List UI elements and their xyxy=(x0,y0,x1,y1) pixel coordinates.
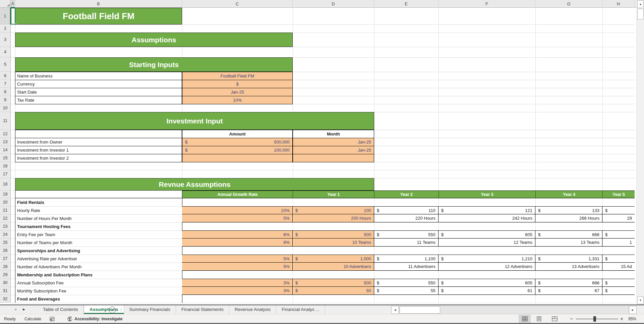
year1-input-cell[interactable]: $100 xyxy=(293,206,374,214)
year-column-header[interactable]: Year 3 xyxy=(438,191,535,198)
year-value-cell[interactable]: $666 xyxy=(535,230,602,238)
h-scroll-left-button[interactable]: ◄ xyxy=(391,306,399,314)
workbook-title-cell[interactable]: Football Field FM xyxy=(15,8,182,24)
revenue-item-label[interactable]: Monthly Subscription Fee xyxy=(15,287,182,295)
starting-input-value-cell[interactable]: Jan-25 xyxy=(182,88,293,96)
column-header-d[interactable]: D xyxy=(293,0,374,8)
row-header-29[interactable]: 29 xyxy=(0,271,11,279)
fill-handle[interactable] xyxy=(14,23,16,25)
year1-input-cell[interactable]: $500 xyxy=(293,230,374,238)
column-header-e[interactable]: E xyxy=(374,0,438,8)
h-scroll-thumb[interactable] xyxy=(400,306,440,314)
investment-header-spacer-cell[interactable] xyxy=(15,130,182,138)
year-value-cell[interactable]: 266 Hours xyxy=(535,214,602,222)
page-layout-view-button[interactable] xyxy=(533,315,545,323)
sheet-tab-assumptions[interactable]: Assumptions xyxy=(84,305,124,314)
year-value-cell[interactable]: 220 Hours xyxy=(374,214,438,222)
year-value-cell[interactable]: $550 xyxy=(374,230,438,238)
year-value-cell[interactable]: 12 Advertisers xyxy=(438,263,535,271)
revenue-item-label[interactable]: Hourly Rate xyxy=(15,206,182,214)
year-value-cell[interactable]: 15 Ad xyxy=(602,263,635,271)
month-column-header[interactable]: Month xyxy=(293,130,374,138)
row-header-16[interactable]: 16 xyxy=(0,162,11,170)
column-header-c[interactable]: C xyxy=(182,0,293,8)
v-scroll-down-button[interactable]: ▼ xyxy=(637,296,644,304)
row-header-25[interactable]: 25 xyxy=(0,238,11,247)
row-header-9[interactable]: 9 xyxy=(0,96,11,104)
revenue-item-label[interactable]: Number of Teams per Month xyxy=(15,238,182,247)
investment-label[interactable]: Investment from Investor 1 xyxy=(15,146,182,154)
year-column-header[interactable]: Year 5 xyxy=(602,191,635,198)
year1-input-cell[interactable]: $1,000 xyxy=(293,255,374,263)
revenue-item-label[interactable]: Advertising Rate per Advertiser xyxy=(15,255,182,263)
year-value-cell[interactable]: $605 xyxy=(438,230,535,238)
investment-label[interactable]: Investment from Investor 2 xyxy=(15,154,182,162)
investment-amount-cell[interactable]: $100,000 xyxy=(182,146,293,154)
row-header-18[interactable]: 18 xyxy=(0,178,11,191)
revenue-item-label[interactable]: Annual Subscrption Fee xyxy=(15,279,182,287)
year-value-cell[interactable]: 11 Teams xyxy=(374,238,438,247)
row-header-30[interactable]: 30 xyxy=(0,279,11,287)
year-value-cell[interactable]: $ xyxy=(602,279,635,287)
investment-month-cell[interactable]: Jan-25 xyxy=(293,146,374,154)
growth-rate-cell[interactable]: 10% xyxy=(182,206,293,214)
year1-input-cell[interactable]: $500 xyxy=(293,279,374,287)
new-sheet-button[interactable]: + xyxy=(109,307,116,313)
calculate-status[interactable]: Calculate xyxy=(24,314,41,323)
row-header-24[interactable]: 24 xyxy=(0,230,11,238)
starting-input-value-cell[interactable]: $ xyxy=(182,80,293,88)
row-header-12[interactable]: 12 xyxy=(0,130,11,138)
column-header-g[interactable]: G xyxy=(535,0,602,8)
year-value-cell[interactable]: $133 xyxy=(535,206,602,214)
row-header-28[interactable]: 28 xyxy=(0,263,11,271)
amount-column-header[interactable]: Amount xyxy=(182,130,293,138)
column-header-b[interactable]: B xyxy=(15,0,182,8)
v-scroll-thumb[interactable] xyxy=(637,9,644,19)
row-header-23[interactable]: 23 xyxy=(0,222,11,230)
zoom-out-button[interactable]: − xyxy=(570,314,573,323)
revenue-section-label[interactable]: Sponsorships and Advertising xyxy=(15,247,182,255)
row-header-2[interactable]: 2 xyxy=(0,24,11,33)
year-value-cell[interactable]: 13 Teams xyxy=(535,238,602,247)
year1-input-cell[interactable]: $50 xyxy=(293,287,374,295)
year-value-cell[interactable]: $ xyxy=(602,255,635,263)
row-header-4[interactable]: 4 xyxy=(0,47,11,57)
year-value-cell[interactable]: $110 xyxy=(374,206,438,214)
row-header-13[interactable]: 13 xyxy=(0,138,11,146)
starting-input-label[interactable]: Start Date xyxy=(15,88,182,96)
investment-amount-cell[interactable]: $500,000 xyxy=(182,138,293,146)
year-column-header[interactable]: Year 1 xyxy=(293,191,374,198)
row-header-32[interactable]: 32 xyxy=(0,295,11,303)
starting-input-label[interactable]: Name of Business xyxy=(15,72,182,80)
year1-input-cell[interactable]: 10 Teams xyxy=(293,238,374,247)
assumptions-header-cell[interactable]: Assumptions xyxy=(15,33,293,47)
zoom-slider-thumb[interactable] xyxy=(593,316,596,322)
investment-month-cell[interactable] xyxy=(293,154,374,162)
row-header-6[interactable]: 6 xyxy=(0,72,11,80)
tab-scroll-right-icon[interactable]: ► xyxy=(22,307,26,311)
row-header-31[interactable]: 31 xyxy=(0,287,11,295)
year-value-cell[interactable]: 13 Advertisers xyxy=(535,263,602,271)
select-all-button[interactable]: ◢ xyxy=(0,0,11,8)
accessibility-status[interactable]: Accessibility: Investigate xyxy=(74,314,122,323)
revenue-item-label[interactable]: Number of Advertisers Per Month xyxy=(15,263,182,271)
zoom-level-label[interactable]: 95% xyxy=(628,314,636,323)
revenue-item-label[interactable]: Entry Fee per Team xyxy=(15,230,182,238)
revenue-section-label[interactable]: Food and Beverages xyxy=(15,295,182,303)
growth-rate-cell[interactable]: 6% xyxy=(182,230,293,238)
row-header-10[interactable]: 10 xyxy=(0,104,11,112)
year-value-cell[interactable]: $67 xyxy=(535,287,602,295)
year-value-cell[interactable]: 12 Teams xyxy=(438,238,535,247)
year-value-cell[interactable]: $ xyxy=(602,287,635,295)
year-value-cell[interactable]: $ xyxy=(602,230,635,238)
year-value-cell[interactable]: $1,331 xyxy=(535,255,602,263)
page-break-preview-button[interactable] xyxy=(548,315,561,323)
starting-input-label[interactable]: Currency xyxy=(15,80,182,88)
row-header-17[interactable]: 17 xyxy=(0,170,11,178)
sheet-tab-summary-financials[interactable]: Summary Financials xyxy=(124,305,176,314)
growth-rate-cell[interactable]: 8% xyxy=(182,238,293,247)
row-header-11[interactable]: 11 xyxy=(0,112,11,130)
starting-input-value-cell[interactable]: 10% xyxy=(182,96,293,104)
year-column-header[interactable]: Year 4 xyxy=(535,191,602,198)
year-value-cell[interactable]: $121 xyxy=(438,206,535,214)
